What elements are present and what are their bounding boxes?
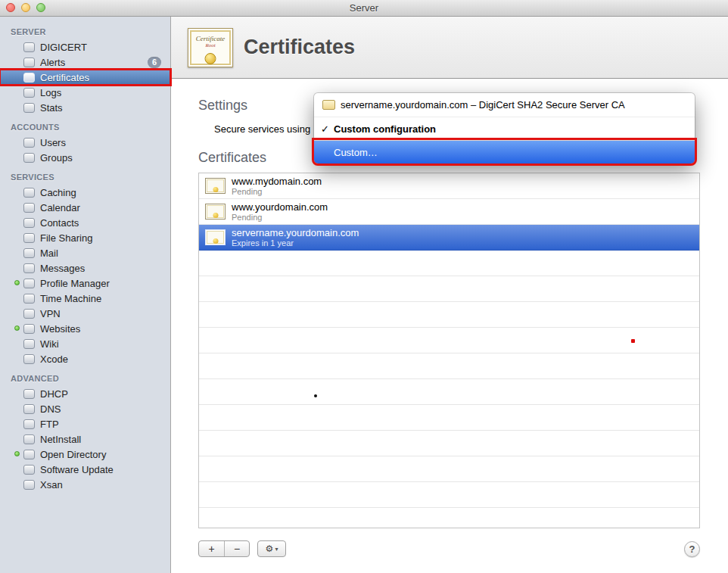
ftp-icon (23, 419, 35, 429)
certificate-icon-sub: Root (188, 42, 232, 48)
add-button[interactable]: + (199, 541, 224, 556)
empty-row (199, 508, 699, 528)
certificate-name: servername.yourdomain.com (232, 227, 359, 238)
sidebar-item-label: Messages (40, 263, 85, 274)
status-dot (14, 280, 20, 285)
sidebar-item-digicert[interactable]: DIGICERT (0, 39, 170, 54)
sidebar-item-label: DHCP (40, 388, 68, 400)
help-button[interactable]: ? (684, 541, 700, 557)
sidebar-item-label: Software Update (40, 464, 114, 475)
sidebar-section-server: SERVERDIGICERTAlerts6CertificatesLogsSta… (0, 26, 170, 115)
profile-manager-icon (23, 279, 35, 288)
logs-icon (23, 88, 35, 98)
sidebar-section-title: SERVICES (0, 172, 170, 185)
sidebar: SERVERDIGICERTAlerts6CertificatesLogsSta… (0, 17, 171, 573)
sidebar-section-title: ADVANCED (0, 373, 170, 386)
xsan-icon (23, 480, 35, 490)
sidebar-item-netinstall[interactable]: NetInstall (0, 431, 170, 447)
empty-row (199, 276, 699, 302)
empty-row (199, 379, 699, 405)
sidebar-item-label: Stats (40, 102, 63, 114)
main-header: Certificate Root Certificates (171, 17, 728, 79)
sidebar-item-messages[interactable]: Messages (0, 260, 170, 276)
remove-button[interactable]: − (224, 541, 249, 556)
stats-icon (23, 103, 35, 113)
window-title: Server (0, 0, 728, 16)
sidebar-item-label: Time Machine (40, 293, 101, 304)
sidebar-item-groups[interactable]: Groups (0, 150, 170, 165)
sidebar-item-websites[interactable]: Websites (0, 321, 170, 336)
sidebar-item-software-update[interactable]: Software Update (0, 462, 170, 477)
sidebar-item-alerts[interactable]: Alerts6 (0, 54, 170, 70)
sidebar-item-dhcp[interactable]: DHCP (0, 386, 170, 401)
sidebar-item-label: NetInstall (40, 434, 81, 445)
mail-icon (23, 248, 35, 258)
file-sharing-icon (23, 233, 35, 243)
certificate-row[interactable]: www.mydomain.comPending (199, 173, 699, 199)
sidebar-section-services: SERVICESCachingCalendarContactsFile Shar… (0, 172, 170, 366)
gear-icon: ⚙ (266, 543, 274, 554)
sidebar-item-time-machine[interactable]: Time Machine (0, 291, 170, 306)
certificate-icon (205, 178, 226, 194)
wiki-icon (23, 339, 35, 349)
sidebar-item-ftp[interactable]: FTP (0, 416, 170, 431)
settings-section-title: Settings (198, 98, 247, 114)
sidebar-item-label: Websites (40, 323, 80, 335)
empty-row (199, 482, 699, 508)
dhcp-icon (23, 389, 35, 399)
sidebar-item-wiki[interactable]: Wiki (0, 336, 170, 351)
action-menu-button[interactable]: ⚙ ▾ (257, 540, 286, 557)
popup-menu: servername.yourdomain.com – DigiCert SHA… (314, 93, 695, 163)
sidebar-item-contacts[interactable]: Contacts (0, 215, 170, 230)
certificate-icon (205, 229, 226, 245)
sidebar-section-title: SERVER (0, 26, 170, 39)
menu-item-custom[interactable]: Custom… (314, 140, 695, 163)
menu-item-label: Custom… (334, 147, 378, 158)
sidebar-item-stats[interactable]: Stats (0, 100, 170, 115)
sidebar-item-label: Wiki (40, 338, 59, 350)
contacts-icon (23, 218, 35, 228)
open-directory-icon (23, 450, 35, 459)
certificates-list: www.mydomain.comPendingwww.yourdomain.co… (198, 173, 700, 528)
sidebar-item-label: Certificates (40, 72, 89, 83)
certificate-name: www.mydomain.com (232, 176, 322, 187)
chevron-down-icon: ▾ (275, 546, 278, 553)
certificate-row[interactable]: www.yourdomain.comPending (199, 199, 699, 225)
sidebar-item-file-sharing[interactable]: File Sharing (0, 230, 170, 245)
sidebar-item-logs[interactable]: Logs (0, 85, 170, 100)
sidebar-item-label: Caching (40, 187, 76, 198)
sidebar-item-xsan[interactable]: Xsan (0, 477, 170, 492)
sidebar-item-profile-manager[interactable]: Profile Manager (0, 276, 170, 291)
menu-item-custom-configuration[interactable]: ✓Custom configuration (314, 117, 695, 140)
sidebar-item-caching[interactable]: Caching (0, 185, 170, 200)
vpn-icon (23, 309, 35, 319)
sidebar-item-vpn[interactable]: VPN (0, 306, 170, 321)
sidebar-item-mail[interactable]: Mail (0, 245, 170, 260)
sidebar-item-label: DIGICERT (40, 42, 87, 53)
groups-icon (23, 153, 35, 163)
sidebar-item-dns[interactable]: DNS (0, 401, 170, 416)
sidebar-item-users[interactable]: Users (0, 135, 170, 150)
sidebar-item-label: Logs (40, 87, 61, 98)
sidebar-item-label: Profile Manager (40, 278, 110, 289)
certificate-icon-script: Certificate (188, 35, 232, 42)
sidebar-item-label: Mail (40, 248, 58, 259)
time-machine-icon (23, 294, 35, 304)
menu-item-servername-yourdomain-com-digicert-sha2-secure-server-ca[interactable]: servername.yourdomain.com – DigiCert SHA… (314, 93, 695, 117)
sidebar-item-calendar[interactable]: Calendar (0, 200, 170, 215)
titlebar: Server (0, 0, 728, 17)
sidebar-item-xcode[interactable]: Xcode (0, 351, 170, 366)
xcode-icon (23, 354, 35, 364)
status-dot (14, 451, 20, 456)
messages-icon (23, 263, 35, 273)
empty-row (199, 456, 699, 482)
certificate-icon (205, 204, 226, 220)
sidebar-item-open-directory[interactable]: Open Directory (0, 447, 170, 462)
sidebar-item-certificates[interactable]: Certificates (0, 70, 170, 85)
server-app-window: Server SERVERDIGICERTAlerts6Certificates… (0, 0, 728, 573)
page-title: Certificates (244, 36, 355, 59)
certificate-row[interactable]: servername.yourdomain.comExpires in 1 ye… (199, 225, 699, 251)
certificates-header-icon: Certificate Root (188, 28, 233, 67)
users-icon (23, 138, 35, 148)
empty-row (199, 405, 699, 431)
